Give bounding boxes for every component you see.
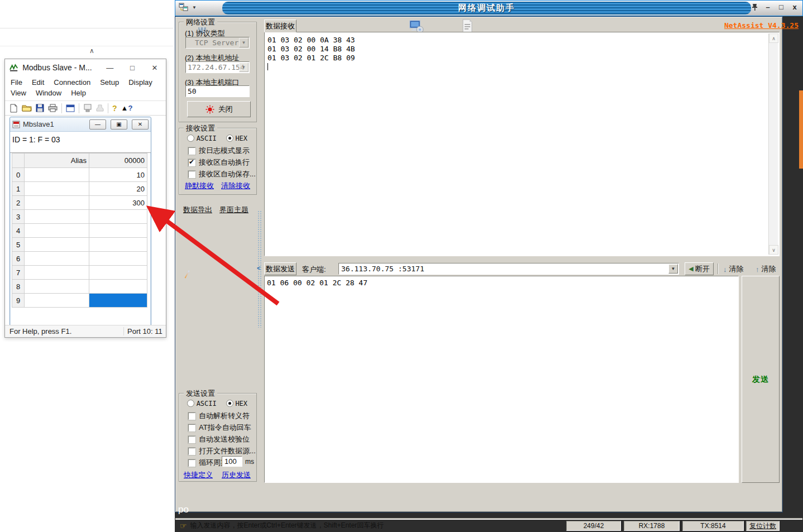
rx-counter-panel: RX:1788: [624, 521, 680, 531]
table-row: 5: [12, 238, 147, 252]
rx-hex-radio[interactable]: HEX: [226, 134, 247, 142]
value-cell[interactable]: 10: [89, 168, 147, 182]
send-button[interactable]: 发送: [742, 276, 780, 483]
pin-icon[interactable]: [751, 3, 759, 11]
client-label: 客户端:: [302, 265, 326, 275]
data-export-link[interactable]: 数据导出: [183, 205, 212, 215]
alias-cell[interactable]: [25, 252, 89, 266]
receive-settings-group: 接收设置 ASCII HEX 按日志模式显示 接收区自动换行 接收区自动保存..…: [179, 128, 257, 195]
tx-hex-radio[interactable]: HEX: [226, 399, 247, 408]
history-send-link[interactable]: 历史发送: [222, 470, 251, 480]
scroll-down-icon[interactable]: ∨: [769, 245, 778, 255]
context-help-icon[interactable]: ▲?: [121, 104, 133, 112]
host-address-combobox[interactable]: 172.24.67.154 ▼: [185, 61, 250, 73]
close-button[interactable]: ✕: [146, 60, 164, 75]
clear-receive-button[interactable]: ↓ 清除: [723, 264, 744, 274]
menu-view[interactable]: View: [11, 88, 26, 98]
scroll-up-icon[interactable]: ∧: [769, 33, 778, 43]
new-file-icon[interactable]: [9, 104, 18, 113]
tab-data-receive[interactable]: 数据接收: [264, 20, 297, 32]
alias-cell[interactable]: [25, 238, 89, 252]
sysmenu-dropdown-icon[interactable]: ▼: [192, 5, 197, 10]
dropdown-arrow-icon[interactable]: ▼: [239, 38, 248, 47]
doc-minimize-button[interactable]: —: [89, 119, 106, 130]
registers-table: Alias 00000 010 120 2300 3 4 5 6 7 8 9: [12, 153, 147, 308]
cycle-period-input[interactable]: 100: [222, 456, 242, 467]
alias-cell[interactable]: [25, 182, 89, 196]
value-cell[interactable]: 20: [89, 182, 147, 196]
value-cell[interactable]: [89, 252, 147, 266]
value-cell[interactable]: [89, 266, 147, 280]
rx-ascii-radio[interactable]: ASCII: [187, 134, 217, 142]
selected-value-cell[interactable]: [89, 294, 147, 308]
reset-count-button[interactable]: 复位计数: [746, 521, 780, 531]
menu-display[interactable]: Display: [128, 77, 152, 88]
clear-receive-link[interactable]: 清除接收: [221, 181, 250, 191]
dropdown-arrow-icon[interactable]: ▼: [239, 63, 248, 72]
alias-cell[interactable]: [25, 196, 89, 210]
auto-save-checkbox[interactable]: 接收区自动保存...: [188, 169, 256, 179]
tx-ascii-radio[interactable]: ASCII: [187, 399, 217, 408]
auto-wrap-checkbox[interactable]: 接收区自动换行: [188, 157, 250, 167]
at-cr-checkbox[interactable]: AT指令自动回车: [188, 423, 251, 433]
ui-theme-link[interactable]: 界面主题: [219, 205, 248, 215]
value-cell[interactable]: [89, 210, 147, 224]
collapse-left-icon[interactable]: <: [257, 265, 260, 271]
dropdown-arrow-icon[interactable]: ▼: [668, 264, 678, 274]
alias-cell[interactable]: [25, 266, 89, 280]
alias-cell[interactable]: [25, 168, 89, 182]
comm-icon: [96, 104, 104, 112]
maximize-button[interactable]: □: [777, 3, 786, 11]
minimize-button[interactable]: —: [101, 60, 119, 75]
close-connection-button[interactable]: 关闭: [187, 101, 251, 117]
save-icon[interactable]: [36, 104, 44, 112]
value-cell[interactable]: [89, 238, 147, 252]
value-cell[interactable]: [89, 280, 147, 294]
poll-icon[interactable]: [83, 104, 92, 112]
print-icon[interactable]: [48, 104, 58, 112]
menu-help[interactable]: Help: [71, 88, 86, 98]
receive-text[interactable]: 01 03 02 00 0A 38 4301 03 02 00 14 B8 4B…: [266, 33, 768, 255]
mbslave1-titlebar: Mbslave1 — ▣ ✕: [10, 117, 151, 132]
client-combobox[interactable]: 36.113.70.75 :53171 ▼: [338, 263, 679, 275]
send-text[interactable]: 01 06 00 02 01 2C 28 47: [265, 276, 738, 482]
protocol-combobox[interactable]: TCP Server ▼: [185, 37, 250, 49]
log-mode-checkbox[interactable]: 按日志模式显示: [188, 146, 250, 156]
display-definition-icon[interactable]: [66, 104, 75, 112]
receive-scrollbar[interactable]: ∧ ∨: [768, 33, 778, 255]
collapse-chevron-icon[interactable]: ∧: [89, 47, 94, 55]
open-folder-icon[interactable]: [22, 104, 32, 112]
menu-setup[interactable]: Setup: [100, 77, 119, 88]
doc-close-button[interactable]: ✕: [132, 119, 149, 130]
status-port-text: Port 10: 11: [123, 327, 166, 336]
auto-checksum-checkbox[interactable]: 自动发送校验位: [188, 434, 250, 444]
shortcut-define-link[interactable]: 快捷定义: [184, 470, 213, 480]
auto-escape-checkbox[interactable]: 自动解析转义符: [188, 411, 250, 421]
tab-data-send[interactable]: 数据发送: [264, 262, 297, 275]
value-cell[interactable]: 300: [89, 196, 147, 210]
netassist-titlebar[interactable]: ▼ 网络调试助手 – □ x: [175, 1, 802, 16]
panel-splitter[interactable]: <: [257, 18, 262, 519]
netassist-app-icon[interactable]: [179, 3, 189, 12]
host-port-input[interactable]: 50: [185, 85, 250, 97]
maximize-button[interactable]: □: [123, 60, 141, 75]
doc-restore-button[interactable]: ▣: [111, 119, 127, 130]
alias-cell[interactable]: [25, 280, 89, 294]
minimize-button[interactable]: –: [763, 3, 772, 11]
disconnect-button[interactable]: ◀ 断开: [685, 262, 714, 275]
menu-connection[interactable]: Connection: [54, 77, 90, 88]
menu-file[interactable]: File: [11, 77, 22, 88]
window-title: Modbus Slave - M...: [22, 63, 92, 72]
alias-cell[interactable]: [25, 210, 89, 224]
help-icon[interactable]: ?: [112, 104, 117, 113]
alias-cell[interactable]: [25, 224, 89, 238]
menu-edit[interactable]: Edit: [32, 77, 44, 88]
file-source-checkbox[interactable]: 打开文件数据源...: [188, 446, 256, 456]
alias-cell[interactable]: [25, 294, 89, 308]
menu-window[interactable]: Window: [36, 88, 61, 98]
clear-send-button[interactable]: ↑ 清除: [756, 264, 776, 274]
value-cell[interactable]: [89, 224, 147, 238]
silent-receive-link[interactable]: 静默接收: [185, 181, 214, 191]
close-button[interactable]: x: [790, 3, 799, 11]
version-link[interactable]: NetAssist V4.3.25: [724, 21, 799, 30]
